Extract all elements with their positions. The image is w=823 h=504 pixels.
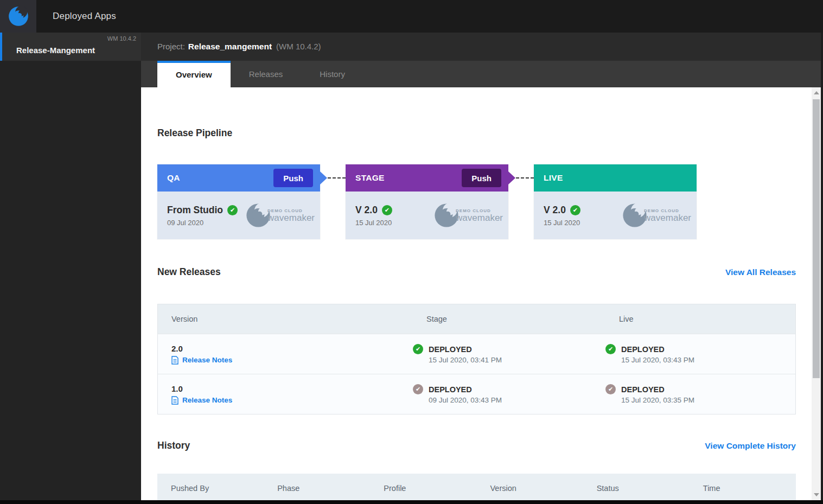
live-version: V 2.0 — [544, 205, 580, 216]
check-circle-icon — [413, 384, 423, 394]
scroll-up-arrow-icon[interactable] — [814, 91, 819, 94]
status-badge: DEPLOYED — [621, 385, 665, 394]
release-notes-link[interactable]: Release Notes — [171, 356, 413, 365]
window-bottom-bar — [0, 500, 823, 504]
wavemaker-label: wavemaker — [456, 213, 503, 223]
history-table-header: Pushed By Phase Profile Version Status T… — [157, 474, 796, 500]
column-header-profile: Profile — [370, 484, 476, 493]
column-header-live: Live — [605, 315, 795, 323]
check-circle-icon — [605, 344, 616, 354]
column-header-version: Version — [477, 484, 583, 493]
tab-history[interactable]: History — [301, 61, 363, 87]
qa-card-header: QA Push — [157, 164, 320, 192]
qa-card-body: From Studio 09 Jul 2020 DEMO CLOUD wavem… — [157, 192, 320, 239]
project-version: (WM 10.4.2) — [276, 42, 321, 51]
sidebar: WM 10.4.2 Release-Mangement — [0, 33, 141, 500]
column-header-time: Time — [690, 484, 796, 493]
column-header-pushed-by: Pushed By — [157, 484, 264, 493]
live-status-cell: DEPLOYED 15 Jul 2020, 03:35 PM — [605, 384, 795, 404]
check-circle-icon — [382, 205, 392, 215]
tab-overview[interactable]: Overview — [157, 61, 231, 87]
table-row-version-2-0: 2.0 Release Notes DEPLOYED 15 Jul 2020, … — [158, 334, 795, 374]
sidebar-item-label: Release-Mangement — [16, 46, 95, 55]
qa-date: 09 Jul 2020 — [167, 219, 238, 227]
top-bar: Deployed Apps — [0, 0, 823, 33]
wavemaker-logo-icon — [8, 6, 29, 27]
document-icon — [171, 396, 178, 405]
project-version-badge: WM 10.4.2 — [107, 35, 136, 42]
live-card-body: V 2.0 15 Jul 2020 DEMO CLOUD wavemaker — [534, 192, 697, 239]
check-circle-icon — [570, 205, 580, 215]
tab-bar: Overview Releases History — [141, 61, 823, 87]
live-date: 15 Jul 2020 — [544, 219, 580, 227]
pipeline-card-live: LIVE V 2.0 15 Jul 2020 DEMO CLOUD wavema… — [534, 164, 697, 239]
column-header-phase: Phase — [264, 484, 370, 493]
pipeline-card-qa: QA Push From Studio 09 Jul 2020 DEMO CLO… — [157, 164, 320, 239]
stage-status-cell: DEPLOYED 15 Jul 2020, 03:41 PM — [413, 344, 605, 364]
status-badge: DEPLOYED — [621, 345, 665, 354]
check-circle-icon — [413, 344, 423, 354]
stage-push-button[interactable]: Push — [462, 169, 501, 187]
tab-releases[interactable]: Releases — [231, 61, 302, 87]
scroll-down-arrow-icon[interactable] — [814, 493, 819, 496]
project-header: Project:Release_mangement(WM 10.4.2) — [141, 33, 823, 61]
column-header-version: Version — [158, 315, 413, 323]
wavemaker-label: wavemaker — [644, 213, 691, 223]
status-badge: DEPLOYED — [429, 385, 472, 394]
demo-cloud-logo: DEMO CLOUD wavemaker — [246, 203, 315, 228]
new-releases-table: Version Stage Live 2.0 Release Notes DEP… — [157, 304, 796, 414]
overview-panel: Release Pipeline QA Push From Studio 09 … — [141, 87, 812, 500]
stage-version: V 2.0 — [355, 205, 392, 216]
release-pipeline: QA Push From Studio 09 Jul 2020 DEMO CLO… — [157, 164, 697, 239]
qa-version: From Studio — [167, 205, 238, 216]
stage-status-cell: DEPLOYED 09 Jul 2020, 03:43 PM — [413, 384, 605, 404]
release-notes-link[interactable]: Release Notes — [171, 396, 413, 405]
status-timestamp: 15 Jul 2020, 03:41 PM — [429, 356, 605, 364]
status-timestamp: 09 Jul 2020, 03:43 PM — [429, 396, 605, 404]
window-right-edge — [821, 33, 823, 500]
new-releases-heading: New Releases — [157, 266, 221, 278]
vertical-scrollbar[interactable] — [812, 87, 821, 500]
stage-date: 15 Jul 2020 — [355, 219, 392, 227]
sidebar-item-release-management[interactable]: WM 10.4.2 Release-Mangement — [0, 33, 141, 61]
version-number: 2.0 — [171, 344, 413, 353]
wavemaker-label: wavemaker — [267, 213, 315, 223]
document-icon — [171, 356, 178, 365]
demo-cloud-logo: DEMO CLOUD wavemaker — [434, 203, 503, 228]
release-pipeline-heading: Release Pipeline — [157, 127, 232, 139]
table-row-version-1-0: 1.0 Release Notes DEPLOYED 09 Jul 2020, … — [158, 374, 795, 414]
qa-push-button[interactable]: Push — [273, 169, 313, 187]
pipeline-card-stage: STAGE Push V 2.0 15 Jul 2020 DEMO CLOUD … — [346, 164, 508, 239]
new-releases-table-header: Version Stage Live — [158, 304, 795, 334]
column-header-status: Status — [583, 484, 690, 493]
column-header-stage: Stage — [413, 315, 605, 323]
qa-stage-name: QA — [167, 173, 180, 183]
app-title: Deployed Apps — [53, 11, 116, 22]
project-name: Release_mangement — [188, 42, 272, 51]
check-circle-icon — [227, 205, 238, 215]
view-all-releases-link[interactable]: View All Releases — [725, 267, 796, 277]
live-stage-name: LIVE — [544, 173, 563, 183]
project-prefix: Project: — [157, 42, 185, 51]
status-badge: DEPLOYED — [429, 345, 472, 354]
view-complete-history-link[interactable]: View Complete History — [705, 441, 796, 451]
pipeline-connector — [320, 164, 346, 192]
stage-card-header: STAGE Push — [346, 164, 508, 192]
status-timestamp: 15 Jul 2020, 03:43 PM — [621, 356, 795, 364]
status-timestamp: 15 Jul 2020, 03:35 PM — [621, 396, 795, 404]
live-card-header: LIVE — [534, 164, 697, 192]
stage-stage-name: STAGE — [355, 173, 385, 183]
live-status-cell: DEPLOYED 15 Jul 2020, 03:43 PM — [605, 344, 795, 364]
stage-card-body: V 2.0 15 Jul 2020 DEMO CLOUD wavemaker — [346, 192, 508, 239]
demo-cloud-logo: DEMO CLOUD wavemaker — [622, 203, 691, 228]
history-heading: History — [157, 440, 190, 451]
version-number: 1.0 — [171, 384, 413, 393]
app-logo-tile[interactable] — [0, 0, 36, 33]
scrollbar-thumb[interactable] — [813, 99, 820, 378]
check-circle-icon — [605, 384, 616, 394]
pipeline-connector — [508, 164, 534, 192]
